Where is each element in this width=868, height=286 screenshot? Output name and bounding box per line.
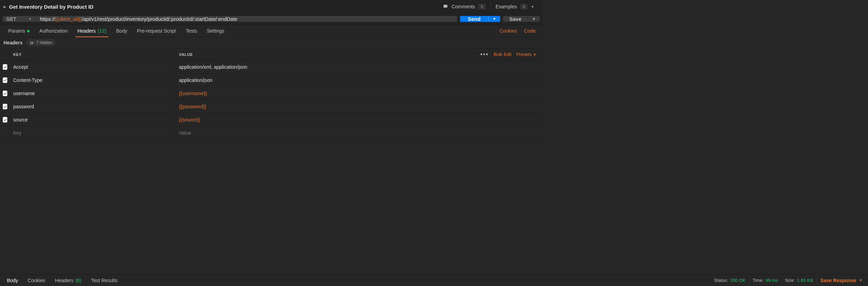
row-key-cell[interactable]: Accept bbox=[10, 60, 176, 73]
cookies-link[interactable]: Cookies bbox=[496, 28, 521, 34]
headers-row[interactable]: Content-Typeapplication/json bbox=[0, 74, 543, 87]
header-key: Content-Type bbox=[13, 77, 42, 83]
header-key: username bbox=[13, 91, 35, 96]
params-active-dot-icon bbox=[27, 30, 29, 32]
tab-headers-label: Headers bbox=[77, 28, 96, 34]
tab-tests-label: Tests bbox=[186, 28, 197, 34]
header-key: Accept bbox=[13, 64, 28, 70]
headers-table-header: KEY VALUE ••• Bulk Edit Presets ▼ bbox=[0, 49, 543, 60]
row-value-cell[interactable]: application/json bbox=[176, 74, 543, 86]
send-button-label: Send bbox=[460, 16, 488, 22]
request-tabs: Params Authorization Headers (12) Body P… bbox=[0, 25, 543, 37]
headers-section-bar: Headers 7 hidden bbox=[0, 37, 543, 48]
header-value-variable: {{source}} bbox=[179, 117, 200, 123]
save-button-label: Save bbox=[503, 16, 528, 22]
headers-new-row[interactable]: Key Value bbox=[0, 126, 543, 140]
tab-params-label: Params bbox=[8, 28, 25, 34]
header-checkbox-col bbox=[0, 49, 10, 60]
examples-count: 0 bbox=[520, 4, 527, 9]
row-value-cell[interactable]: {{source}} bbox=[176, 113, 543, 126]
header-value: application/xml, application/json bbox=[179, 64, 247, 70]
collapse-triangle-icon[interactable]: ▶ bbox=[3, 5, 6, 9]
send-button[interactable]: Send ▼ bbox=[460, 16, 500, 22]
tab-headers-count: (12) bbox=[98, 28, 107, 34]
header-value-variable: {{username}} bbox=[179, 91, 207, 96]
url-suffix: /api/v1/rest/product/inventory/productid… bbox=[82, 16, 237, 22]
save-dropdown[interactable]: ▼ bbox=[528, 16, 540, 22]
http-method-select[interactable]: GET ▼ bbox=[3, 16, 36, 22]
tab-settings[interactable]: Settings bbox=[202, 25, 229, 37]
presets-link[interactable]: Presets ▼ bbox=[516, 52, 536, 57]
tab-authorization-label: Authorization bbox=[39, 28, 68, 34]
headers-row[interactable]: password{{password}} bbox=[0, 100, 543, 113]
tab-prerequest-label: Pre-request Script bbox=[137, 28, 176, 34]
row-checkbox-cell[interactable] bbox=[0, 74, 10, 86]
tab-headers[interactable]: Headers (12) bbox=[73, 25, 111, 37]
method-url-container: GET ▼ https://{{client_url}}/api/v1/rest… bbox=[3, 16, 457, 22]
http-method-value: GET bbox=[6, 16, 16, 22]
comments-button[interactable]: Comments 0 bbox=[438, 2, 491, 11]
checkbox-checked-icon[interactable] bbox=[3, 77, 7, 83]
row-checkbox-cell[interactable] bbox=[0, 60, 10, 73]
row-key-cell[interactable]: password bbox=[10, 100, 176, 113]
chevron-down-icon: ▼ bbox=[533, 53, 536, 57]
headers-table: KEY VALUE ••• Bulk Edit Presets ▼ Accept… bbox=[0, 48, 543, 140]
tab-prerequest[interactable]: Pre-request Script bbox=[132, 25, 181, 37]
comment-icon bbox=[443, 4, 448, 9]
headers-row[interactable]: Acceptapplication/xml, application/json bbox=[0, 60, 543, 74]
row-checkbox-cell[interactable] bbox=[0, 113, 10, 126]
chevron-down-icon: ▼ bbox=[28, 17, 32, 21]
save-button[interactable]: Save ▼ bbox=[503, 16, 540, 22]
header-value-col: VALUE ••• Bulk Edit Presets ▼ bbox=[176, 49, 543, 60]
checkbox-checked-icon[interactable] bbox=[3, 91, 7, 96]
row-checkbox-cell[interactable] bbox=[0, 100, 10, 113]
new-value-input[interactable]: Value bbox=[179, 130, 191, 136]
tab-params[interactable]: Params bbox=[3, 25, 34, 37]
url-variable: {{client_url}} bbox=[55, 16, 82, 22]
new-row-checkbox bbox=[0, 126, 10, 139]
hidden-headers-text: 7 hidden bbox=[36, 40, 52, 45]
request-bar: GET ▼ https://{{client_url}}/api/v1/rest… bbox=[0, 13, 543, 25]
checkbox-checked-icon[interactable] bbox=[3, 117, 7, 123]
checkbox-checked-icon[interactable] bbox=[3, 64, 7, 70]
row-key-cell[interactable]: Content-Type bbox=[10, 74, 176, 86]
chevron-down-icon: ▼ bbox=[531, 5, 534, 9]
row-value-cell[interactable]: {{username}} bbox=[176, 87, 543, 100]
headers-section-title: Headers bbox=[3, 40, 23, 45]
header-key-col: KEY bbox=[10, 49, 176, 60]
checkbox-checked-icon[interactable] bbox=[3, 104, 7, 109]
presets-label: Presets bbox=[516, 52, 531, 57]
tab-authorization[interactable]: Authorization bbox=[34, 25, 73, 37]
bulk-edit-link[interactable]: Bulk Edit bbox=[494, 52, 511, 57]
row-key-cell[interactable]: source bbox=[10, 113, 176, 126]
header-value-label: VALUE bbox=[179, 52, 193, 57]
new-key-input[interactable]: Key bbox=[13, 130, 22, 136]
row-key-cell[interactable]: username bbox=[10, 87, 176, 100]
tab-body-label: Body bbox=[116, 28, 127, 34]
request-name[interactable]: Get Inventory Detail by Product ID bbox=[9, 4, 93, 10]
header-value-variable: {{password}} bbox=[179, 104, 206, 109]
url-prefix: https:// bbox=[40, 16, 55, 22]
tab-body[interactable]: Body bbox=[111, 25, 132, 37]
tab-tests[interactable]: Tests bbox=[181, 25, 202, 37]
header-key: password bbox=[13, 104, 34, 109]
titlebar: ▶ Get Inventory Detail by Product ID Com… bbox=[0, 0, 543, 13]
row-value-cell[interactable]: application/xml, application/json bbox=[176, 60, 543, 73]
row-value-cell[interactable]: {{password}} bbox=[176, 100, 543, 113]
send-dropdown[interactable]: ▼ bbox=[488, 16, 500, 22]
code-link[interactable]: Code bbox=[521, 28, 539, 34]
header-key: source bbox=[13, 117, 28, 123]
headers-row[interactable]: username{{username}} bbox=[0, 87, 543, 100]
comments-count: 0 bbox=[478, 4, 485, 9]
eye-icon bbox=[29, 41, 34, 45]
row-checkbox-cell[interactable] bbox=[0, 87, 10, 100]
more-options-icon[interactable]: ••• bbox=[480, 51, 489, 58]
comments-label: Comments bbox=[452, 4, 475, 9]
tab-settings-label: Settings bbox=[207, 28, 224, 34]
url-input[interactable]: https://{{client_url}}/api/v1/rest/produ… bbox=[36, 16, 457, 22]
header-value: application/json bbox=[179, 77, 213, 83]
hidden-headers-toggle[interactable]: 7 hidden bbox=[26, 39, 56, 46]
examples-label: Examples bbox=[496, 4, 517, 9]
headers-row[interactable]: source{{source}} bbox=[0, 113, 543, 126]
examples-button[interactable]: Examples 0 ▼ bbox=[491, 2, 539, 11]
